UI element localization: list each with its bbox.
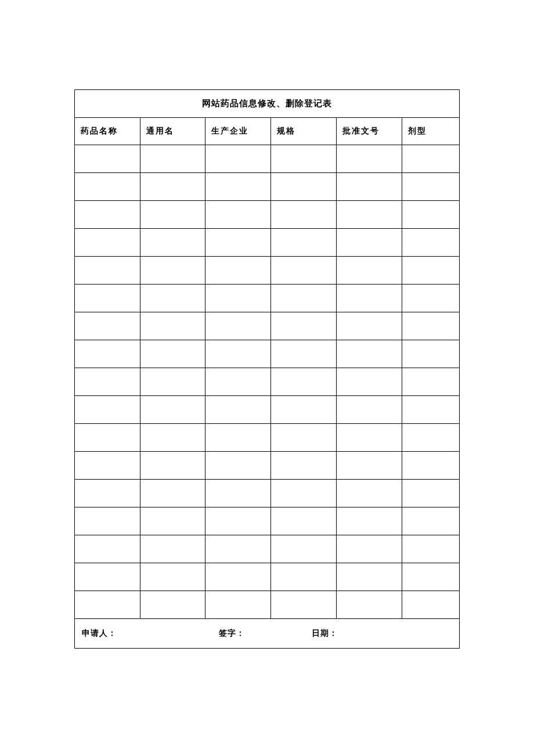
cell-approval-number[interactable] (336, 145, 402, 173)
cell-dosage-form[interactable] (402, 229, 459, 257)
cell-generic-name[interactable] (140, 507, 205, 535)
cell-drug-name[interactable] (75, 480, 140, 507)
cell-manufacturer[interactable] (205, 507, 271, 535)
cell-generic-name[interactable] (140, 257, 205, 285)
cell-drug-name[interactable] (75, 285, 140, 312)
cell-drug-name[interactable] (75, 563, 140, 591)
cell-approval-number[interactable] (336, 452, 402, 480)
cell-drug-name[interactable] (75, 312, 140, 340)
cell-manufacturer[interactable] (205, 173, 271, 201)
cell-spec[interactable] (271, 312, 337, 340)
cell-dosage-form[interactable] (402, 396, 459, 424)
cell-spec[interactable] (271, 201, 337, 229)
cell-dosage-form[interactable] (402, 173, 459, 201)
cell-manufacturer[interactable] (205, 591, 271, 619)
cell-manufacturer[interactable] (205, 563, 271, 591)
cell-drug-name[interactable] (75, 340, 140, 368)
cell-drug-name[interactable] (75, 507, 140, 535)
cell-spec[interactable] (271, 340, 337, 368)
cell-generic-name[interactable] (140, 173, 205, 201)
cell-drug-name[interactable] (75, 201, 140, 229)
cell-manufacturer[interactable] (205, 424, 271, 452)
cell-generic-name[interactable] (140, 145, 205, 173)
cell-dosage-form[interactable] (402, 368, 459, 396)
cell-dosage-form[interactable] (402, 480, 459, 507)
cell-approval-number[interactable] (336, 257, 402, 285)
cell-spec[interactable] (271, 480, 337, 507)
cell-approval-number[interactable] (336, 480, 402, 507)
cell-approval-number[interactable] (336, 535, 402, 563)
cell-drug-name[interactable] (75, 368, 140, 396)
cell-approval-number[interactable] (336, 285, 402, 312)
cell-manufacturer[interactable] (205, 340, 271, 368)
cell-manufacturer[interactable] (205, 480, 271, 507)
cell-manufacturer[interactable] (205, 257, 271, 285)
cell-approval-number[interactable] (336, 396, 402, 424)
cell-dosage-form[interactable] (402, 535, 459, 563)
cell-spec[interactable] (271, 452, 337, 480)
cell-generic-name[interactable] (140, 285, 205, 312)
cell-generic-name[interactable] (140, 591, 205, 619)
cell-spec[interactable] (271, 591, 337, 619)
cell-generic-name[interactable] (140, 368, 205, 396)
cell-generic-name[interactable] (140, 535, 205, 563)
cell-drug-name[interactable] (75, 257, 140, 285)
cell-dosage-form[interactable] (402, 340, 459, 368)
cell-spec[interactable] (271, 368, 337, 396)
cell-approval-number[interactable] (336, 368, 402, 396)
cell-drug-name[interactable] (75, 591, 140, 619)
cell-generic-name[interactable] (140, 312, 205, 340)
cell-dosage-form[interactable] (402, 424, 459, 452)
cell-approval-number[interactable] (336, 507, 402, 535)
cell-spec[interactable] (271, 257, 337, 285)
cell-manufacturer[interactable] (205, 229, 271, 257)
cell-spec[interactable] (271, 173, 337, 201)
cell-spec[interactable] (271, 535, 337, 563)
cell-approval-number[interactable] (336, 340, 402, 368)
cell-drug-name[interactable] (75, 424, 140, 452)
cell-approval-number[interactable] (336, 563, 402, 591)
cell-spec[interactable] (271, 396, 337, 424)
cell-drug-name[interactable] (75, 173, 140, 201)
cell-manufacturer[interactable] (205, 368, 271, 396)
cell-dosage-form[interactable] (402, 285, 459, 312)
cell-manufacturer[interactable] (205, 452, 271, 480)
cell-manufacturer[interactable] (205, 312, 271, 340)
cell-approval-number[interactable] (336, 591, 402, 619)
cell-dosage-form[interactable] (402, 452, 459, 480)
cell-approval-number[interactable] (336, 312, 402, 340)
cell-dosage-form[interactable] (402, 257, 459, 285)
cell-spec[interactable] (271, 229, 337, 257)
cell-dosage-form[interactable] (402, 312, 459, 340)
cell-generic-name[interactable] (140, 201, 205, 229)
cell-dosage-form[interactable] (402, 145, 459, 173)
cell-drug-name[interactable] (75, 145, 140, 173)
cell-generic-name[interactable] (140, 452, 205, 480)
cell-dosage-form[interactable] (402, 507, 459, 535)
cell-approval-number[interactable] (336, 201, 402, 229)
cell-drug-name[interactable] (75, 452, 140, 480)
cell-manufacturer[interactable] (205, 535, 271, 563)
cell-manufacturer[interactable] (205, 396, 271, 424)
cell-dosage-form[interactable] (402, 591, 459, 619)
cell-spec[interactable] (271, 563, 337, 591)
cell-manufacturer[interactable] (205, 285, 271, 312)
cell-drug-name[interactable] (75, 535, 140, 563)
cell-approval-number[interactable] (336, 424, 402, 452)
cell-approval-number[interactable] (336, 229, 402, 257)
cell-spec[interactable] (271, 424, 337, 452)
cell-generic-name[interactable] (140, 340, 205, 368)
cell-generic-name[interactable] (140, 396, 205, 424)
cell-drug-name[interactable] (75, 396, 140, 424)
cell-spec[interactable] (271, 507, 337, 535)
cell-generic-name[interactable] (140, 480, 205, 507)
cell-drug-name[interactable] (75, 229, 140, 257)
cell-generic-name[interactable] (140, 424, 205, 452)
cell-spec[interactable] (271, 285, 337, 312)
cell-dosage-form[interactable] (402, 563, 459, 591)
cell-approval-number[interactable] (336, 173, 402, 201)
cell-manufacturer[interactable] (205, 145, 271, 173)
cell-manufacturer[interactable] (205, 201, 271, 229)
cell-dosage-form[interactable] (402, 201, 459, 229)
cell-generic-name[interactable] (140, 229, 205, 257)
